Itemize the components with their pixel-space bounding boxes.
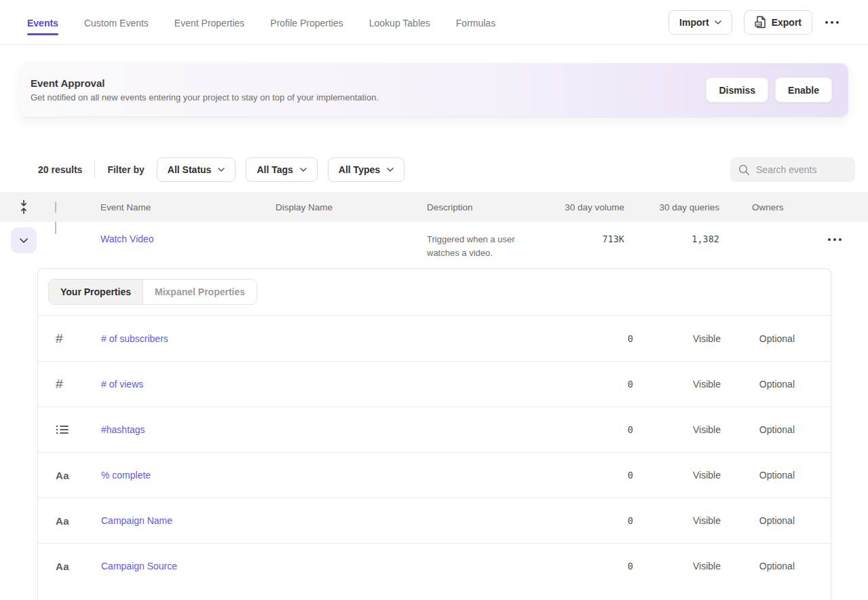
tab-lookup-tables[interactable]: Lookup Tables	[369, 1, 430, 43]
property-requirement[interactable]: Optional	[721, 515, 795, 526]
property-visibility[interactable]: Visible	[633, 333, 721, 344]
chevron-down-icon	[387, 168, 394, 172]
property-name-link[interactable]: # of views	[101, 379, 579, 390]
property-visibility[interactable]: Visible	[633, 379, 721, 390]
property-requirement[interactable]: Optional	[721, 424, 795, 435]
list-type-icon	[38, 424, 101, 435]
property-requirement[interactable]: Optional	[721, 379, 795, 390]
property-name-link[interactable]: Campaign Source	[101, 561, 579, 571]
property-row: # # of views 0 Visible Optional	[38, 361, 831, 407]
description-cell: Triggered when a user watches a video.	[427, 233, 535, 260]
property-visibility[interactable]: Visible	[633, 470, 721, 481]
header-event-name[interactable]: Event Name	[76, 202, 276, 212]
chevron-down-icon	[715, 20, 721, 24]
number-type-icon: #	[38, 377, 101, 392]
tab-custom-events[interactable]: Custom Events	[84, 1, 149, 43]
text-type-icon: Aa	[38, 515, 101, 527]
search-box	[730, 157, 855, 182]
properties-tabbar: Your Properties Mixpanel Properties	[38, 269, 831, 316]
property-queries: 0	[579, 561, 633, 571]
select-all-checkbox[interactable]	[55, 202, 56, 213]
banner-description: Get notified on all new events entering …	[31, 92, 379, 102]
divider	[94, 161, 95, 179]
property-visibility[interactable]: Visible	[633, 424, 721, 435]
tab-profile-properties[interactable]: Profile Properties	[270, 1, 343, 43]
tab-your-properties[interactable]: Your Properties	[49, 280, 143, 304]
text-type-icon: Aa	[38, 561, 101, 572]
property-name-link[interactable]: # of subscribers	[101, 333, 579, 344]
property-queries: 0	[579, 470, 633, 481]
status-filter-value: All Status	[168, 164, 212, 175]
property-requirement[interactable]: Optional	[721, 470, 795, 481]
event-properties-panel: Your Properties Mixpanel Properties # # …	[37, 268, 831, 600]
property-queries: 0	[579, 424, 633, 435]
svg-text:csv: csv	[756, 22, 762, 26]
tab-formulas[interactable]: Formulas	[456, 1, 495, 43]
property-visibility[interactable]: Visible	[633, 561, 721, 571]
types-filter-dropdown[interactable]: All Types	[328, 157, 404, 182]
property-requirement[interactable]: Optional	[721, 561, 795, 571]
property-row: #hashtags 0 Visible Optional	[38, 407, 831, 452]
nav-more-icon[interactable]	[824, 17, 840, 28]
event-approval-banner: Event Approval Get notified on all new e…	[20, 63, 848, 117]
event-row-watch-video: Watch Video Triggered when a user watche…	[0, 222, 868, 260]
property-row: Aa % complete 0 Visible Optional	[38, 452, 831, 498]
collapse-row-button[interactable]	[11, 227, 37, 253]
top-navigation: Events Custom Events Event Properties Pr…	[0, 0, 868, 45]
csv-file-icon: csv	[755, 16, 766, 29]
header-display-name[interactable]: Display Name	[276, 202, 427, 212]
filter-by-label: Filter by	[107, 164, 144, 175]
export-label: Export	[772, 17, 801, 28]
results-count: 20 results	[38, 164, 82, 175]
property-visibility[interactable]: Visible	[633, 515, 721, 526]
row-checkbox[interactable]	[55, 221, 56, 234]
events-table-header: Event Name Display Name Description 30 d…	[0, 192, 868, 222]
property-row: Aa Campaign Source 0 Visible Optional	[38, 543, 831, 588]
tab-events[interactable]: Events	[27, 1, 58, 43]
row-more-icon[interactable]	[827, 234, 843, 245]
property-queries: 0	[579, 379, 633, 390]
types-filter-value: All Types	[339, 164, 380, 175]
collapse-all-icon[interactable]	[19, 200, 29, 214]
event-name-link[interactable]: Watch Video	[100, 233, 154, 244]
lexicon-tabs: Events Custom Events Event Properties Pr…	[27, 1, 495, 43]
chevron-down-icon	[218, 168, 225, 172]
header-description[interactable]: Description	[427, 202, 556, 212]
banner-title: Event Approval	[31, 77, 379, 89]
export-button[interactable]: csv Export	[744, 10, 812, 35]
tab-event-properties[interactable]: Event Properties	[174, 1, 245, 43]
property-name-link[interactable]: Campaign Name	[101, 515, 579, 526]
tags-filter-value: All Tags	[257, 164, 293, 175]
volume-cell: 713K	[556, 233, 624, 244]
enable-button[interactable]: Enable	[775, 77, 832, 102]
header-owners[interactable]: Owners	[719, 202, 801, 212]
search-icon	[738, 164, 750, 176]
property-queries: 0	[579, 515, 633, 526]
chevron-down-icon	[20, 238, 28, 243]
filter-toolbar: 20 results Filter by All Status All Tags…	[38, 157, 855, 182]
header-volume[interactable]: 30 day volume	[556, 202, 624, 212]
import-label: Import	[679, 17, 709, 28]
property-name-link[interactable]: #hashtags	[101, 424, 579, 435]
search-input[interactable]	[756, 164, 847, 175]
property-requirement[interactable]: Optional	[721, 333, 795, 344]
tags-filter-dropdown[interactable]: All Tags	[246, 157, 317, 182]
import-button[interactable]: Import	[668, 10, 732, 35]
status-filter-dropdown[interactable]: All Status	[157, 157, 236, 182]
text-type-icon: Aa	[38, 470, 101, 481]
dismiss-button[interactable]: Dismiss	[706, 77, 768, 102]
chevron-down-icon	[300, 168, 307, 172]
header-queries[interactable]: 30 day queries	[624, 202, 719, 212]
property-row: # # of subscribers 0 Visible Optional	[38, 316, 831, 361]
tab-mixpanel-properties[interactable]: Mixpanel Properties	[143, 280, 257, 304]
number-type-icon: #	[38, 331, 101, 346]
property-row: Aa Campaign Name 0 Visible Optional	[38, 498, 831, 543]
property-name-link[interactable]: % complete	[101, 470, 579, 481]
property-queries: 0	[579, 333, 633, 344]
queries-cell: 1,382	[624, 233, 719, 244]
